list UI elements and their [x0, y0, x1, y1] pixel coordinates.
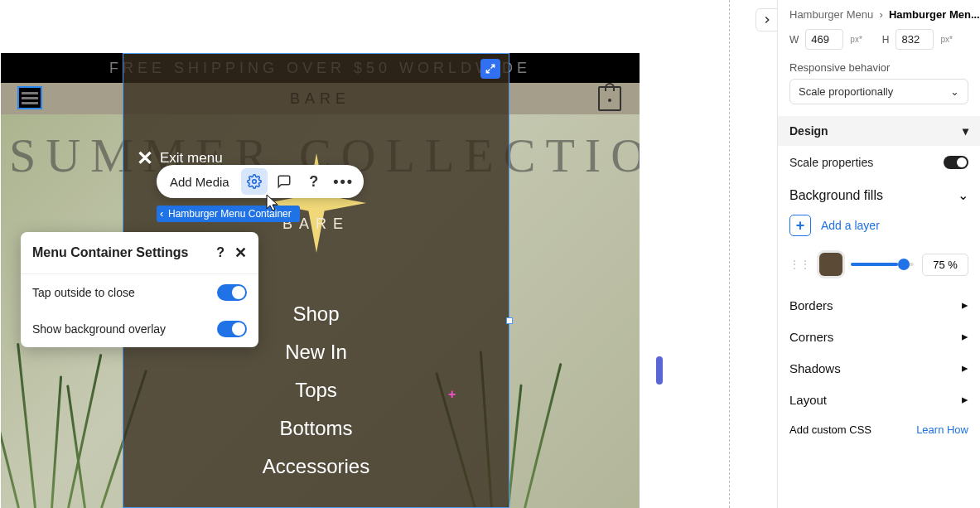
menu-container-settings-panel: Menu Container Settings ? ✕ Tap outside …	[21, 232, 258, 347]
scale-properties-toggle[interactable]	[944, 156, 968, 169]
chevron-right-icon: ▸	[962, 298, 968, 312]
menu-item-shop[interactable]: Shop	[292, 302, 339, 326]
height-label: H	[882, 34, 890, 46]
close-icon: ✕	[137, 147, 153, 170]
add-media-button[interactable]: Add Media	[170, 175, 238, 189]
preview-whitespace	[1, 0, 640, 53]
width-input[interactable]	[805, 29, 843, 50]
hamburger-icon[interactable]	[17, 86, 42, 109]
drag-handle-icon[interactable]: ⋮⋮	[789, 262, 811, 267]
width-unit: px*	[850, 35, 862, 44]
collapse-inspector-button[interactable]	[756, 8, 779, 31]
inspector-panel: Hamburger Menu › Hamburger Men... W px* …	[777, 0, 980, 508]
height-unit: px*	[940, 35, 952, 44]
chevron-right-icon: ▸	[962, 392, 968, 407]
corners-section[interactable]: Corners▸	[789, 321, 968, 352]
menu-item-bottoms[interactable]: Bottoms	[279, 417, 352, 440]
svg-point-0	[252, 180, 256, 184]
scale-properties-label: Scale properties	[789, 156, 873, 169]
crumb-parent[interactable]: Hamburger Menu	[789, 8, 873, 21]
expand-icon[interactable]	[480, 59, 500, 79]
responsive-value: Scale proportionally	[799, 85, 893, 98]
settings-button[interactable]	[241, 168, 268, 195]
add-css-label: Add custom CSS	[789, 423, 871, 436]
inspector-breadcrumb[interactable]: Hamburger Menu › Hamburger Men...	[789, 8, 968, 21]
menu-item-accessories[interactable]: Accessories	[263, 455, 369, 478]
background-fills-label: Background fills	[789, 188, 883, 203]
help-button[interactable]: ?	[301, 168, 327, 195]
canvas-area: FREE SHIPPING OVER $50 WORLDWIDE BARE SU…	[0, 0, 729, 508]
add-layer-button[interactable]: +	[789, 215, 811, 236]
bag-icon[interactable]	[598, 86, 621, 111]
crumb-current: Hamburger Men...	[889, 8, 980, 21]
settings-close-icon[interactable]: ✕	[234, 244, 247, 262]
comment-button[interactable]	[271, 168, 297, 195]
menu-item-newin[interactable]: New In	[285, 341, 347, 364]
opacity-input[interactable]: 75 %	[922, 254, 968, 276]
responsive-label: Responsive behavior	[789, 61, 968, 74]
design-section-header[interactable]: Design ▾	[778, 116, 980, 146]
borders-section[interactable]: Borders▸	[789, 289, 968, 321]
chevron-right-icon: ▸	[962, 360, 968, 375]
exit-menu-label: Exit menu	[160, 150, 223, 167]
menu-item-tops[interactable]: Tops	[295, 379, 337, 402]
width-label: W	[789, 34, 799, 46]
add-layer-label[interactable]: Add a layer	[821, 219, 880, 232]
settings-help-icon[interactable]: ?	[216, 245, 224, 260]
tap-outside-toggle[interactable]	[217, 284, 247, 301]
add-item-marker[interactable]: +	[448, 387, 456, 402]
bg-overlay-toggle[interactable]	[217, 321, 247, 337]
responsive-select[interactable]: Scale proportionally ⌄	[789, 79, 968, 104]
background-fills-header[interactable]: Background fills ⌄	[789, 179, 968, 210]
chevron-down-icon: ⌄	[958, 187, 968, 203]
layout-label: Layout	[789, 393, 827, 407]
height-input[interactable]	[896, 29, 934, 50]
corners-label: Corners	[789, 330, 833, 344]
canvas-edge	[729, 0, 730, 508]
chevron-down-icon: ▾	[963, 124, 968, 138]
tap-outside-label: Tap outside to close	[32, 286, 135, 299]
opacity-slider[interactable]	[851, 263, 914, 266]
fill-color-swatch[interactable]	[819, 253, 842, 276]
scrollbar-thumb[interactable]	[656, 356, 663, 385]
chevron-right-icon: ▸	[962, 329, 968, 344]
cursor-icon	[265, 194, 280, 212]
more-button[interactable]: •••	[331, 168, 357, 195]
element-toolbar: Add Media ? •••	[157, 165, 364, 198]
layout-section[interactable]: Layout▸	[789, 384, 968, 415]
design-label: Design	[789, 124, 828, 138]
learn-how-link[interactable]: Learn How	[916, 423, 968, 436]
settings-panel-title: Menu Container Settings	[32, 245, 216, 260]
shadows-section[interactable]: Shadows▸	[789, 352, 968, 384]
chevron-down-icon: ⌄	[950, 85, 959, 98]
shadows-label: Shadows	[789, 361, 841, 375]
bg-overlay-label: Show background overlay	[32, 322, 166, 336]
borders-label: Borders	[789, 298, 833, 312]
